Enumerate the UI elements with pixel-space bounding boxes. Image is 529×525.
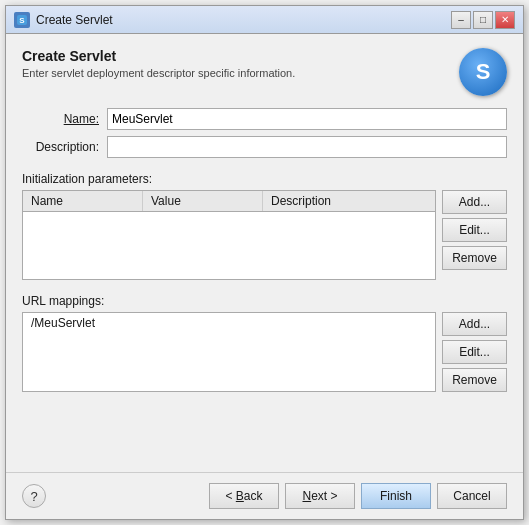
description-label: Description: — [22, 140, 107, 154]
init-params-buttons: Add... Edit... Remove — [442, 190, 507, 280]
init-params-edit-button[interactable]: Edit... — [442, 218, 507, 242]
init-params-add-button[interactable]: Add... — [442, 190, 507, 214]
svg-text:S: S — [19, 16, 25, 25]
maximize-button[interactable]: □ — [473, 11, 493, 29]
window-icon: S — [14, 12, 30, 28]
dialog-description: Enter servlet deployment descriptor spec… — [22, 67, 449, 79]
col-value-header: Value — [143, 191, 263, 211]
name-row: Name: — [22, 108, 507, 130]
col-name-header: Name — [23, 191, 143, 211]
footer-buttons: < Back Next > Finish Cancel — [209, 483, 507, 509]
dialog-footer: ? < Back Next > Finish Cancel — [6, 472, 523, 519]
url-mappings-label: URL mappings: — [22, 294, 507, 308]
name-label: Name: — [22, 112, 107, 126]
close-button[interactable]: ✕ — [495, 11, 515, 29]
finish-button[interactable]: Finish — [361, 483, 431, 509]
table-header: Name Value Description — [23, 191, 435, 212]
init-params-label: Initialization parameters: — [22, 172, 507, 186]
description-input[interactable] — [107, 136, 507, 158]
title-bar: S Create Servlet – □ ✕ — [6, 6, 523, 34]
header-text: Create Servlet Enter servlet deployment … — [22, 48, 449, 79]
url-mappings-buttons: Add... Edit... Remove — [442, 312, 507, 392]
url-mapping-entry: /MeuServlet — [23, 313, 435, 333]
help-button[interactable]: ? — [22, 484, 46, 508]
description-row: Description: — [22, 136, 507, 158]
col-desc-header: Description — [263, 191, 435, 211]
init-params-section: Name Value Description Add... Edit... Re… — [22, 190, 507, 280]
dialog-window: S Create Servlet – □ ✕ Create Servlet En… — [5, 5, 524, 520]
back-button-label: < Back — [225, 489, 262, 503]
window-title: Create Servlet — [36, 13, 451, 27]
next-button[interactable]: Next > — [285, 483, 355, 509]
url-mappings-table: /MeuServlet — [22, 312, 436, 392]
back-button[interactable]: < Back — [209, 483, 279, 509]
init-params-table-body — [23, 212, 435, 276]
url-mappings-add-button[interactable]: Add... — [442, 312, 507, 336]
dialog-title: Create Servlet — [22, 48, 449, 64]
name-input[interactable] — [107, 108, 507, 130]
window-controls: – □ ✕ — [451, 11, 515, 29]
dialog-content: Create Servlet Enter servlet deployment … — [6, 34, 523, 472]
minimize-button[interactable]: – — [451, 11, 471, 29]
init-params-remove-button[interactable]: Remove — [442, 246, 507, 270]
next-button-label: Next > — [302, 489, 337, 503]
url-mappings-edit-button[interactable]: Edit... — [442, 340, 507, 364]
url-mappings-section: /MeuServlet Add... Edit... Remove — [22, 312, 507, 392]
url-mappings-remove-button[interactable]: Remove — [442, 368, 507, 392]
cancel-button[interactable]: Cancel — [437, 483, 507, 509]
servlet-logo: S — [459, 48, 507, 96]
header-section: Create Servlet Enter servlet deployment … — [22, 48, 507, 96]
init-params-table: Name Value Description — [22, 190, 436, 280]
